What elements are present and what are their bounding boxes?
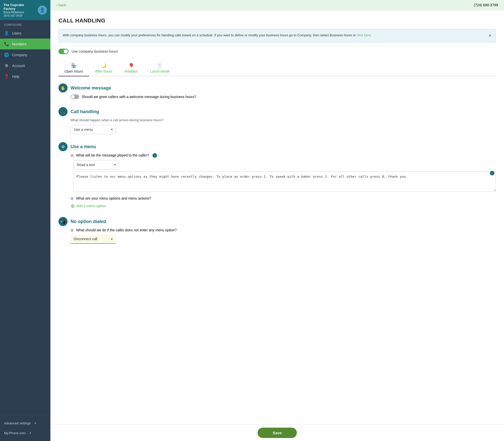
tab-lunch-break-label: Lunch break <box>150 69 169 73</box>
banner-link[interactable]: click here <box>357 33 371 37</box>
welcome-message-title: Welcome message <box>71 85 111 91</box>
tabs: 🏪 Open hours 🌙 After hours 🎈 Holidays 🍴 … <box>58 60 496 76</box>
menu-question-1-row: What will be the message played to the c… <box>71 153 496 158</box>
advanced-settings-label: Advanced settings <box>4 421 31 425</box>
use-a-menu-title: Use a menu <box>71 144 96 149</box>
welcome-toggle-knob <box>71 95 75 99</box>
call-handling-header: 🎧 Call handling <box>58 107 496 116</box>
add-menu-option-button[interactable]: ⊕ Add a menu option <box>71 203 106 209</box>
welcome-hand-icon: ✋ <box>60 86 66 90</box>
message-type-select-wrap: Read a text Upload audio Record audio ▼ <box>74 160 119 169</box>
sidebar-item-help[interactable]: ❓ Help <box>0 71 50 82</box>
company-icon: 🌐 <box>4 52 9 57</box>
page-title: CALL HANDLING <box>58 17 496 24</box>
content-area: CALL HANDLING With company business hour… <box>50 10 504 441</box>
tab-open-hours-label: Open hours <box>65 69 83 73</box>
bottom-bar: Save <box>50 424 504 441</box>
welcome-message-section: ✋ Welcome message Should we greet caller… <box>58 83 496 99</box>
call-handling-headset-icon: 🎧 <box>60 109 66 114</box>
lunch-break-icon: 🍴 <box>157 63 163 68</box>
tab-open-hours[interactable]: 🏪 Open hours <box>58 60 89 76</box>
after-hours-icon: 🌙 <box>101 63 106 68</box>
call-handling-select[interactable]: Use a menu Forward to user Forward to nu… <box>71 125 116 134</box>
no-option-phone-icon: 📲 <box>60 219 66 224</box>
tab-holidays[interactable]: 🎈 Holidays <box>118 60 144 76</box>
sidebar-item-advanced-settings[interactable]: Advanced settings ↗ <box>0 418 50 428</box>
topbar-phone-number: (724) 690-3799 <box>474 3 498 7</box>
welcome-toggle-row: Should we greet callers with a welcome m… <box>71 94 496 99</box>
welcome-message-header: ✋ Welcome message <box>58 83 496 92</box>
sidebar-company-label: Company <box>12 53 27 57</box>
use-a-menu-icon-circle: ⚙ <box>58 142 68 151</box>
call-handling-title: Call handling <box>71 109 99 114</box>
numbers-icon: 📞 <box>4 42 9 46</box>
message-text-input[interactable]: Please listen to our menu options as the… <box>74 171 496 192</box>
no-option-dialed-header: 📲 No option dialed <box>58 217 496 226</box>
help-icon: ❓ <box>4 74 9 79</box>
business-hours-toggle[interactable] <box>58 49 69 54</box>
sidebar-help-label: Help <box>12 75 19 79</box>
sidebar-numbers-label: Numbers <box>12 42 26 46</box>
banner-close-button[interactable]: ✕ <box>488 33 492 39</box>
sidebar-footer: Advanced settings ↗ My.Phone.com ↗ <box>0 415 50 441</box>
welcome-icon-circle: ✋ <box>58 83 68 92</box>
tab-holidays-label: Holidays <box>124 69 138 73</box>
no-option-question: What should we do if the caller does not… <box>76 228 177 232</box>
back-chevron-icon: ‹ <box>56 3 58 7</box>
sidebar-header: The Cupcake Factory Erica Robinson (844)… <box>0 0 50 20</box>
message-text-info-icon[interactable]: i <box>490 171 494 175</box>
call-handling-desc: What should happen when a call arrives d… <box>71 118 496 122</box>
message-type-select-row: Read a text Upload audio Record audio ▼ <box>74 160 496 169</box>
no-option-dialed-title: No option dialed <box>71 219 106 224</box>
message-type-select[interactable]: Read a text Upload audio Record audio <box>74 160 119 169</box>
add-circle-icon: ⊕ <box>71 203 75 209</box>
save-button[interactable]: Save <box>258 428 297 438</box>
topbar: ‹ back (724) 690-3799 <box>50 0 504 10</box>
use-a-menu-section: ⚙ Use a menu What will be the message pl… <box>58 142 496 209</box>
tab-after-hours-label: After hours <box>95 69 112 73</box>
call-handling-select-wrap: Use a menu Forward to user Forward to nu… <box>71 125 116 134</box>
user-phone: (844) 587-8638 <box>4 14 35 17</box>
sidebar-account-label: Account <box>12 64 25 68</box>
welcome-toggle[interactable] <box>71 94 79 99</box>
call-handling-icon-circle: 🎧 <box>58 107 68 116</box>
tab-after-hours[interactable]: 🌙 After hours <box>89 60 118 76</box>
sidebar-users-label: Users <box>12 31 21 35</box>
no-option-radio <box>71 229 74 232</box>
my-phone-label: My.Phone.com <box>4 431 26 435</box>
add-option-label: Add a menu option <box>76 204 106 208</box>
sidebar-item-numbers[interactable]: 📞 Numbers <box>0 39 50 49</box>
sidebar-item-users[interactable]: 👤 Users <box>0 28 50 39</box>
toggle-knob <box>64 49 68 53</box>
configure-label: CONFIGURE <box>0 20 50 28</box>
users-icon: 👤 <box>4 31 9 36</box>
tab-lunch-break[interactable]: 🍴 Lunch break <box>144 60 175 76</box>
back-button[interactable]: ‹ back <box>56 3 66 7</box>
sidebar: The Cupcake Factory Erica Robinson (844)… <box>0 0 50 441</box>
avatar: 👤 <box>38 6 47 15</box>
sidebar-item-company[interactable]: 🌐 Company <box>0 49 50 60</box>
business-hours-label: Use company business hours <box>72 49 118 53</box>
menu-settings-icon: ⚙ <box>61 144 65 149</box>
no-option-question-row: What should we do if the caller does not… <box>71 228 496 232</box>
external-link-icon: ↗ <box>34 422 36 425</box>
no-option-select-wrap: Disconnect call Repeat menu Forward to v… <box>71 235 116 244</box>
back-label: back <box>59 3 66 7</box>
holidays-icon: 🎈 <box>129 63 134 68</box>
menu-question-2-row: What are your menu options and menu acti… <box>71 196 496 200</box>
info-banner: With company business hours, you can mod… <box>58 29 496 43</box>
main-content: ‹ back (724) 690-3799 CALL HANDLING With… <box>50 0 504 441</box>
menu-question-2: What are your menu options and menu acti… <box>76 196 151 200</box>
account-icon: ⚙ <box>4 63 9 68</box>
sidebar-item-account[interactable]: ⚙ Account <box>0 60 50 71</box>
menu-message-type-area: Read a text Upload audio Record audio ▼ … <box>74 160 496 192</box>
user-name: Erica Robinson <box>4 11 35 14</box>
sidebar-item-my-phone[interactable]: My.Phone.com ↗ <box>0 428 50 438</box>
menu-question-1: What will be the message played to the c… <box>76 153 149 157</box>
business-hours-toggle-row: Use company business hours <box>58 49 496 54</box>
menu-q1-info-icon[interactable]: i <box>152 153 157 158</box>
external-link-icon-2: ↗ <box>29 431 31 435</box>
menu-q1-radio <box>71 154 74 157</box>
welcome-message-desc: Should we greet callers with a welcome m… <box>82 95 196 99</box>
no-option-select[interactable]: Disconnect call Repeat menu Forward to v… <box>71 235 116 244</box>
